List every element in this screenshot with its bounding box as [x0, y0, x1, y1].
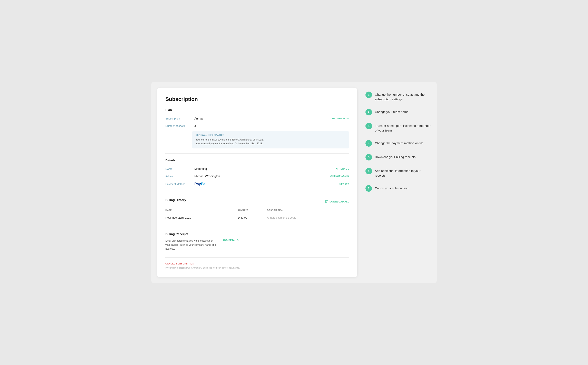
- plan-section: Plan Subscription Annual UPDATE PLAN Num…: [165, 108, 349, 148]
- download-icon: [325, 200, 328, 203]
- annotation-circle-4: 4: [365, 140, 372, 147]
- table-row: November 23rd, 2020 $450.00 Annual payme…: [165, 213, 349, 222]
- divider-1: [165, 153, 349, 154]
- annotation-1: 1 Change the number of seats and the sub…: [365, 88, 431, 105]
- annotation-circle-6: 6: [365, 168, 372, 174]
- annotation-text-6: Add additional information to your recei…: [375, 168, 431, 178]
- cancel-subscription-button[interactable]: CANCEL SUBSCRIPTION: [165, 262, 194, 265]
- billing-history-header: Billing History DOWNLOAD ALL: [165, 198, 349, 205]
- payment-value: PayPal: [194, 182, 337, 186]
- annotation-6: 6 Add additional information to your rec…: [365, 164, 431, 182]
- billing-history-title: Billing History: [165, 198, 186, 202]
- renewal-line1: Your current annual payment is $450.00, …: [196, 138, 345, 142]
- annotation-text-3: Transfer admin permissions to a member o…: [375, 123, 431, 133]
- payment-label: Payment Method: [165, 182, 192, 186]
- name-label: Name: [165, 167, 192, 170]
- update-plan-button[interactable]: UPDATE PLAN: [332, 117, 349, 120]
- annotation-circle-1: 1: [365, 91, 372, 98]
- subscription-value: Annual: [194, 117, 330, 120]
- annotations-panel: 1 Change the number of seats and the sub…: [365, 88, 431, 195]
- col-description: DESCRIPTION: [267, 207, 349, 213]
- divider-2: [165, 193, 349, 193]
- renewal-line2: Your renewal payment is scheduled for No…: [196, 142, 345, 146]
- row-description: Annual payment: 3 seats: [267, 213, 349, 222]
- subscription-label: Subscription: [165, 117, 192, 120]
- annotation-circle-2: 2: [365, 109, 372, 115]
- details-section-title: Details: [165, 158, 349, 162]
- add-details-button[interactable]: ADD DETAILS: [223, 239, 239, 241]
- change-admin-button[interactable]: CHANGE ADMIN: [330, 175, 349, 177]
- annotation-circle-7: 7: [365, 185, 372, 192]
- billing-receipts-title: Billing Receipts: [165, 232, 349, 236]
- annotation-5: 5 Download your billing receipts: [365, 150, 431, 164]
- col-date: DATE: [165, 207, 238, 213]
- seats-row: Number of seats 3: [165, 122, 349, 129]
- outer-wrapper: Subscription Plan Subscription Annual UP…: [151, 82, 437, 283]
- billing-history-section: Billing History DOWNLOAD ALL DATE AMOUN: [165, 198, 349, 222]
- annotation-3: 3 Transfer admin permissions to a member…: [365, 119, 431, 136]
- name-row: Name Marketing ✎ RENAME: [165, 165, 349, 173]
- annotation-circle-5: 5: [365, 154, 372, 161]
- col-amount: AMOUNT: [238, 207, 267, 213]
- renewal-label: RENEWAL INFORMATION: [196, 134, 345, 136]
- rename-button[interactable]: ✎ RENAME: [336, 168, 349, 170]
- subscription-card: Subscription Plan Subscription Annual UP…: [157, 88, 357, 277]
- row-amount: $450.00: [238, 213, 267, 222]
- receipts-description: Enter any details that you want to appea…: [165, 239, 218, 251]
- row-date: November 23rd, 2020: [165, 213, 238, 222]
- annotation-text-7: Cancel your subscription: [375, 185, 408, 191]
- annotation-7: 7 Cancel your subscription: [365, 182, 431, 195]
- annotation-text-2: Change your team name: [375, 109, 408, 114]
- admin-row: Admin Michael Washington CHANGE ADMIN: [165, 173, 349, 180]
- annotation-circle-3: 3: [365, 123, 372, 129]
- payment-row: Payment Method PayPal UPDATE: [165, 180, 349, 188]
- update-payment-button[interactable]: UPDATE: [340, 183, 349, 185]
- edit-icon: ✎: [336, 168, 338, 170]
- billing-table: DATE AMOUNT DESCRIPTION November 23rd, 2…: [165, 207, 349, 222]
- billing-receipts-section: Billing Receipts Enter any details that …: [165, 232, 349, 251]
- annotation-text-4: Change the payment method on file: [375, 140, 423, 146]
- admin-value: Michael Washington: [194, 175, 328, 178]
- annotation-4: 4 Change the payment method on file: [365, 136, 431, 150]
- renewal-box: RENEWAL INFORMATION Your current annual …: [192, 131, 349, 148]
- receipts-row: Enter any details that you want to appea…: [165, 239, 349, 251]
- download-all-button[interactable]: DOWNLOAD ALL: [325, 200, 349, 203]
- annotation-text-1: Change the number of seats and the subsc…: [375, 91, 431, 102]
- details-section: Details Name Marketing ✎ RENAME Admin Mi…: [165, 158, 349, 188]
- seats-label: Number of seats: [165, 124, 192, 127]
- name-value: Marketing: [194, 167, 334, 170]
- subscription-row: Subscription Annual UPDATE PLAN: [165, 115, 349, 122]
- cancel-section: CANCEL SUBSCRIPTION If you wish to disco…: [165, 257, 349, 269]
- seats-value: 3: [194, 124, 349, 127]
- plan-section-title: Plan: [165, 108, 349, 112]
- page-title: Subscription: [165, 96, 349, 102]
- divider-3: [165, 227, 349, 227]
- download-all-label: DOWNLOAD ALL: [329, 200, 349, 203]
- paypal-logo: PayPal: [194, 182, 206, 186]
- annotation-2: 2 Change your team name: [365, 105, 431, 119]
- cancel-note: If you wish to discontinue Grammarly Bus…: [165, 267, 349, 269]
- admin-label: Admin: [165, 175, 192, 178]
- annotation-text-5: Download your billing receipts: [375, 154, 415, 160]
